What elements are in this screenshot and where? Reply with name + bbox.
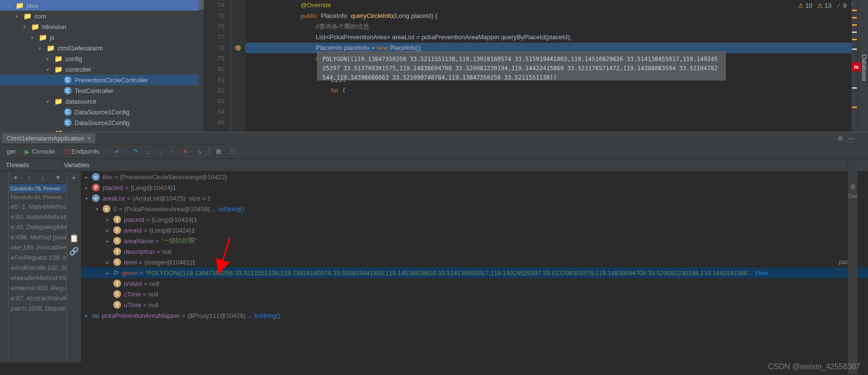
tree-js[interactable]: ▾📁js	[0, 32, 204, 43]
tree-prevention-controller[interactable]: CPreventionCircleController	[0, 75, 204, 85]
field-icon: f	[113, 237, 121, 245]
console-tab[interactable]: ▶Console	[21, 146, 59, 157]
check-icon: ✓	[836, 2, 841, 9]
project-tree[interactable]: ▾📁java ▾📁com ▾📁hikvision ▾📁js ▾📁ctm01efe…	[0, 0, 204, 132]
debug-toolbar[interactable]: ger ▶Console ⬡Endpoints ⇥ ↷ ↓ ↓ ↑ ✕ ↘ ⊞ …	[0, 144, 868, 159]
param-icon: P	[92, 184, 100, 191]
tree-hikvision[interactable]: ▾📁hikvision	[0, 21, 204, 32]
endpoints-tab[interactable]: ⬡Endpoints	[60, 146, 104, 157]
warning-icon: ⚠	[798, 2, 804, 9]
class-icon: C	[64, 119, 72, 126]
var-this[interactable]: ▸≡this={PreventionCircleServiceImpl@1042…	[81, 172, 868, 182]
flag-icon: ⚐	[113, 269, 119, 277]
copy-icon[interactable]: 📋	[69, 234, 79, 243]
frame-item[interactable]: PlaceInfo:60, Prevent	[9, 193, 66, 202]
drop-frame[interactable]: ✕	[179, 146, 192, 157]
frame-item[interactable]: e:498, Method (java.l	[9, 232, 66, 242]
frame-item[interactable]: eHandlerMethod:895	[9, 273, 66, 283]
close-icon[interactable]: ×	[87, 135, 91, 142]
field-icon: f	[113, 248, 121, 255]
minimize-icon[interactable]: —	[848, 135, 854, 142]
var-geom[interactable]: ▸⚐geom="POLYGON((119.13847350256 33.5211…	[81, 267, 868, 278]
field-icon: f	[113, 216, 121, 223]
tree-test-controller[interactable]: CTestController	[0, 85, 204, 96]
add-icon[interactable]: +	[72, 173, 76, 182]
right-toolbar[interactable]: Database m	[857, 0, 868, 132]
frame-item[interactable]: e:43, DelegatingMeth	[9, 222, 66, 232]
line-gutter: 74 75 76 77 78 79 80 81 82 83 84 85	[204, 0, 231, 132]
field-icon: f	[113, 290, 121, 298]
tree-com[interactable]: ▾📁com	[0, 11, 204, 21]
frame-item[interactable]: eInternal:800, Reque	[9, 283, 66, 293]
var-uTime[interactable]: fuTime=null	[81, 299, 868, 310]
class-icon: C	[64, 87, 72, 94]
variables-header: Variables	[58, 159, 95, 171]
maven-icon[interactable]: m	[852, 62, 861, 71]
tree-config[interactable]: ▸📁config	[0, 53, 204, 64]
tree-ctm[interactable]: ▾📁ctm01efenalarm	[0, 43, 204, 53]
debugger-tab[interactable]: ger	[3, 146, 20, 157]
show-exec-point[interactable]: ⇥	[109, 146, 122, 157]
tree-datasource[interactable]: ▾📁datasource	[0, 96, 204, 107]
extra-pane[interactable]: ⚙ Cou	[848, 159, 857, 374]
dropdown-icon[interactable]: ▾	[14, 174, 17, 181]
step-into[interactable]: ↓	[143, 146, 154, 157]
frame-item[interactable]: eForRequest:138, Inv	[9, 252, 66, 263]
tree-ds2[interactable]: CDataSource2Config	[0, 117, 204, 128]
frames-column[interactable]: ▾ ↑ ↓ ▼ CircleInfo:78, Preven PlaceInfo:…	[9, 172, 67, 362]
force-step-into[interactable]: ↓	[155, 146, 166, 157]
class-icon: C	[64, 76, 72, 84]
vars-toolbar[interactable]: + 📋 🔗	[67, 172, 81, 362]
inspection-badges[interactable]: ⚠10 ⚠13 ✓9 ˇ	[798, 2, 853, 9]
run-to-cursor[interactable]: ↘	[193, 146, 206, 157]
field-icon: f	[113, 280, 121, 287]
up-icon[interactable]: ↑	[28, 174, 31, 181]
debug-headers: Threads Variables ˇ	[0, 159, 868, 172]
frame-item[interactable]: e0:-1, NativeMethod	[9, 202, 66, 212]
breakpoint-icon[interactable]	[235, 45, 241, 51]
link-icon[interactable]: 🔗	[69, 247, 79, 256]
var-placeId[interactable]: ▸PplaceId={Long@10424} 1	[81, 182, 868, 193]
warning-icon: ⚠	[817, 2, 823, 9]
breakpoint-gutter[interactable]	[231, 0, 245, 132]
trace[interactable]: ☷	[226, 146, 240, 157]
tree-java[interactable]: ▾📁java	[0, 0, 204, 11]
play-icon: ▶	[25, 148, 30, 156]
step-over[interactable]: ↷	[129, 146, 142, 157]
var-placeId2[interactable]: ▸fplaceId={Long@10424} 1	[81, 214, 868, 225]
frame-item[interactable]: oke:189, InvocableHa	[9, 242, 66, 252]
tree-controller[interactable]: ▾📁controller	[0, 64, 204, 75]
frame-item[interactable]: e:87, AbstractHandle	[9, 293, 66, 303]
down-icon[interactable]: ↓	[41, 174, 45, 181]
class-icon: C	[64, 108, 72, 116]
var-description[interactable]: fdescription=null	[81, 246, 868, 257]
run-tab-app[interactable]: Ctm01efenalarmApplication ×	[2, 133, 95, 143]
frame-item[interactable]: e:62, NativeMethodA	[9, 212, 66, 222]
field-icon: f	[113, 258, 121, 266]
var-isValid[interactable]: fisValid=null	[81, 278, 868, 289]
threads-header: Threads	[0, 159, 58, 171]
tooltip-popup: POLYGON((119.13847350256 33.5211551138,1…	[317, 51, 726, 80]
field-icon: f	[113, 301, 121, 309]
frame-item[interactable]: eAndHandle:102, Ser	[9, 263, 66, 273]
evaluate[interactable]: ⊞	[212, 146, 225, 157]
var-mapper[interactable]: ▸oopckaPreventionAreaMapper={$Proxy111@1…	[81, 310, 868, 321]
var-areaName[interactable]: ▸fareaName="一级防控圈"	[81, 235, 868, 246]
settings-icon[interactable]: ⚙	[838, 135, 843, 142]
endpoints-icon: ⬡	[64, 148, 70, 156]
tree-ds1[interactable]: CDataSource1Config	[0, 107, 204, 117]
var-areaId[interactable]: ▸fareaId={Long@10424} 1	[81, 225, 868, 235]
filter-icon[interactable]: ▼	[55, 174, 61, 181]
var-item0[interactable]: ▾≡0={PckaPreventionArea@10459} ... toStr…	[81, 203, 868, 214]
var-areaList[interactable]: ▾≡areaList={ArrayList@10425} size = 1	[81, 193, 868, 203]
field-icon: f	[113, 226, 121, 234]
variables-tree[interactable]: ▸≡this={PreventionCircleServiceImpl@1042…	[81, 172, 868, 362]
run-tabs[interactable]: Ctm01efenalarmApplication × ⚙ —	[0, 132, 868, 144]
tree-entity[interactable]: ▸📁entity	[0, 128, 204, 132]
var-cTime[interactable]: fcTime=null	[81, 289, 868, 299]
frame-item[interactable]: CircleInfo:78, Preven	[9, 184, 66, 193]
var-level[interactable]: ▸flevel={Integer@10461} 1	[81, 257, 868, 267]
frame-item[interactable]: patch:1038, Dispatch	[9, 303, 66, 313]
step-out[interactable]: ↑	[167, 146, 178, 157]
threads-column[interactable]	[0, 172, 9, 362]
